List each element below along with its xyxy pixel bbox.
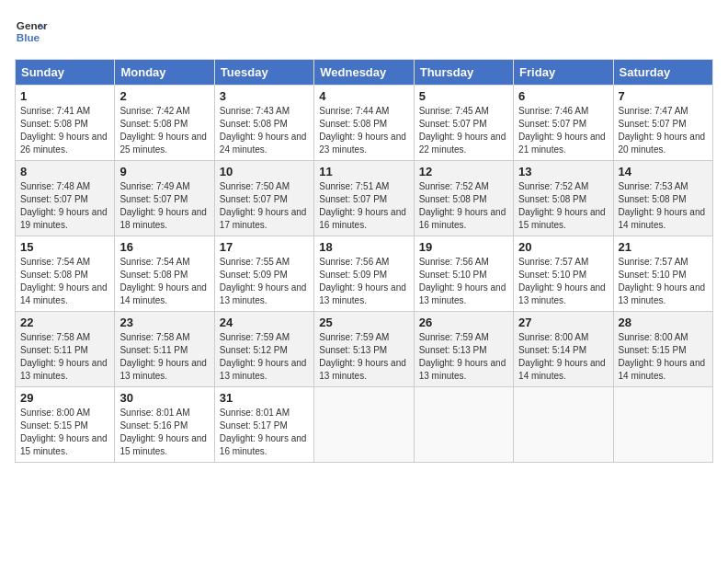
cell-info: Sunrise: 7:47 AMSunset: 5:07 PMDaylight:… bbox=[619, 105, 708, 156]
cell-day-number: 29 bbox=[20, 391, 109, 405]
cell-day-number: 7 bbox=[619, 89, 708, 103]
cell-info: Sunrise: 8:01 AMSunset: 5:16 PMDaylight:… bbox=[119, 407, 209, 458]
cell-day-number: 16 bbox=[119, 240, 209, 254]
calendar-header-row: SundayMondayTuesdayWednesdayThursdayFrid… bbox=[16, 60, 713, 86]
cell-info: Sunrise: 7:55 AMSunset: 5:09 PMDaylight:… bbox=[220, 256, 309, 307]
svg-text:Blue: Blue bbox=[17, 31, 40, 43]
cell-day-number: 21 bbox=[619, 240, 708, 254]
svg-text:General: General bbox=[17, 19, 48, 31]
calendar-cell: 22Sunrise: 7:58 AMSunset: 5:11 PMDayligh… bbox=[16, 312, 115, 387]
calendar-cell: 24Sunrise: 7:59 AMSunset: 5:12 PMDayligh… bbox=[214, 312, 313, 387]
calendar-week-row: 22Sunrise: 7:58 AMSunset: 5:11 PMDayligh… bbox=[16, 312, 713, 387]
calendar-table: SundayMondayTuesdayWednesdayThursdayFrid… bbox=[15, 59, 713, 463]
cell-info: Sunrise: 7:57 AMSunset: 5:10 PMDaylight:… bbox=[619, 256, 708, 307]
cell-day-number: 13 bbox=[518, 165, 608, 178]
cell-info: Sunrise: 7:50 AMSunset: 5:07 PMDaylight:… bbox=[220, 180, 309, 232]
calendar-cell: 25Sunrise: 7:59 AMSunset: 5:13 PMDayligh… bbox=[314, 312, 414, 387]
cell-day-number: 12 bbox=[419, 165, 508, 178]
col-header-monday: Monday bbox=[115, 60, 214, 86]
calendar-week-row: 29Sunrise: 8:00 AMSunset: 5:15 PMDayligh… bbox=[16, 387, 713, 463]
cell-info: Sunrise: 7:54 AMSunset: 5:08 PMDaylight:… bbox=[20, 256, 109, 307]
cell-day-number: 14 bbox=[619, 165, 708, 178]
cell-day-number: 30 bbox=[119, 391, 209, 405]
cell-day-number: 25 bbox=[319, 316, 408, 329]
cell-info: Sunrise: 7:57 AMSunset: 5:10 PMDaylight:… bbox=[518, 256, 608, 307]
cell-day-number: 11 bbox=[319, 165, 408, 178]
col-header-thursday: Thursday bbox=[414, 60, 513, 86]
cell-day-number: 1 bbox=[20, 89, 109, 103]
cell-day-number: 2 bbox=[119, 89, 209, 103]
cell-day-number: 22 bbox=[20, 316, 109, 329]
calendar-cell bbox=[613, 387, 712, 463]
calendar-cell: 18Sunrise: 7:56 AMSunset: 5:09 PMDayligh… bbox=[314, 236, 414, 312]
cell-day-number: 6 bbox=[518, 89, 608, 103]
cell-day-number: 4 bbox=[319, 89, 408, 103]
calendar-cell: 6Sunrise: 7:46 AMSunset: 5:07 PMDaylight… bbox=[514, 86, 613, 161]
col-header-tuesday: Tuesday bbox=[214, 60, 313, 86]
page-header: General Blue bbox=[15, 15, 713, 48]
calendar-cell: 2Sunrise: 7:42 AMSunset: 5:08 PMDaylight… bbox=[115, 86, 214, 161]
calendar-cell: 28Sunrise: 8:00 AMSunset: 5:15 PMDayligh… bbox=[613, 312, 712, 387]
calendar-cell: 15Sunrise: 7:54 AMSunset: 5:08 PMDayligh… bbox=[16, 236, 115, 312]
col-header-friday: Friday bbox=[514, 60, 613, 86]
calendar-cell bbox=[314, 387, 414, 463]
calendar-cell: 8Sunrise: 7:48 AMSunset: 5:07 PMDaylight… bbox=[16, 161, 115, 236]
calendar-cell: 21Sunrise: 7:57 AMSunset: 5:10 PMDayligh… bbox=[613, 236, 712, 312]
cell-info: Sunrise: 7:52 AMSunset: 5:08 PMDaylight:… bbox=[518, 180, 608, 232]
cell-info: Sunrise: 7:54 AMSunset: 5:08 PMDaylight:… bbox=[119, 256, 209, 307]
calendar-cell: 14Sunrise: 7:53 AMSunset: 5:08 PMDayligh… bbox=[613, 161, 712, 236]
calendar-cell bbox=[514, 387, 613, 463]
cell-day-number: 31 bbox=[220, 391, 309, 405]
cell-info: Sunrise: 7:44 AMSunset: 5:08 PMDaylight:… bbox=[319, 105, 408, 156]
cell-info: Sunrise: 7:56 AMSunset: 5:10 PMDaylight:… bbox=[419, 256, 508, 307]
cell-info: Sunrise: 7:49 AMSunset: 5:07 PMDaylight:… bbox=[119, 180, 209, 232]
calendar-cell: 20Sunrise: 7:57 AMSunset: 5:10 PMDayligh… bbox=[514, 236, 613, 312]
calendar-cell: 23Sunrise: 7:58 AMSunset: 5:11 PMDayligh… bbox=[115, 312, 214, 387]
cell-day-number: 10 bbox=[220, 165, 309, 178]
calendar-cell: 17Sunrise: 7:55 AMSunset: 5:09 PMDayligh… bbox=[214, 236, 313, 312]
calendar-week-row: 15Sunrise: 7:54 AMSunset: 5:08 PMDayligh… bbox=[16, 236, 713, 312]
calendar-week-row: 8Sunrise: 7:48 AMSunset: 5:07 PMDaylight… bbox=[16, 161, 713, 236]
calendar-cell: 26Sunrise: 7:59 AMSunset: 5:13 PMDayligh… bbox=[414, 312, 513, 387]
cell-info: Sunrise: 7:53 AMSunset: 5:08 PMDaylight:… bbox=[619, 180, 708, 232]
calendar-cell bbox=[414, 387, 513, 463]
cell-info: Sunrise: 7:46 AMSunset: 5:07 PMDaylight:… bbox=[518, 105, 608, 156]
col-header-wednesday: Wednesday bbox=[314, 60, 414, 86]
cell-info: Sunrise: 7:58 AMSunset: 5:11 PMDaylight:… bbox=[20, 331, 109, 383]
cell-info: Sunrise: 8:01 AMSunset: 5:17 PMDaylight:… bbox=[220, 407, 309, 458]
calendar-cell: 11Sunrise: 7:51 AMSunset: 5:07 PMDayligh… bbox=[314, 161, 414, 236]
cell-info: Sunrise: 7:51 AMSunset: 5:07 PMDaylight:… bbox=[319, 180, 408, 232]
cell-info: Sunrise: 7:56 AMSunset: 5:09 PMDaylight:… bbox=[319, 256, 408, 307]
cell-info: Sunrise: 7:48 AMSunset: 5:07 PMDaylight:… bbox=[20, 180, 109, 232]
cell-info: Sunrise: 7:59 AMSunset: 5:13 PMDaylight:… bbox=[419, 331, 508, 383]
cell-day-number: 18 bbox=[319, 240, 408, 254]
cell-day-number: 28 bbox=[619, 316, 708, 329]
cell-info: Sunrise: 7:43 AMSunset: 5:08 PMDaylight:… bbox=[220, 105, 309, 156]
calendar-cell: 3Sunrise: 7:43 AMSunset: 5:08 PMDaylight… bbox=[214, 86, 313, 161]
cell-info: Sunrise: 8:00 AMSunset: 5:15 PMDaylight:… bbox=[20, 407, 109, 458]
calendar-cell: 9Sunrise: 7:49 AMSunset: 5:07 PMDaylight… bbox=[115, 161, 214, 236]
cell-day-number: 23 bbox=[119, 316, 209, 329]
calendar-cell: 30Sunrise: 8:01 AMSunset: 5:16 PMDayligh… bbox=[115, 387, 214, 463]
calendar-cell: 4Sunrise: 7:44 AMSunset: 5:08 PMDaylight… bbox=[314, 86, 414, 161]
calendar-cell: 10Sunrise: 7:50 AMSunset: 5:07 PMDayligh… bbox=[214, 161, 313, 236]
cell-day-number: 17 bbox=[220, 240, 309, 254]
calendar-cell: 12Sunrise: 7:52 AMSunset: 5:08 PMDayligh… bbox=[414, 161, 513, 236]
calendar-cell: 7Sunrise: 7:47 AMSunset: 5:07 PMDaylight… bbox=[613, 86, 712, 161]
cell-day-number: 19 bbox=[419, 240, 508, 254]
cell-day-number: 26 bbox=[419, 316, 508, 329]
cell-day-number: 24 bbox=[220, 316, 309, 329]
cell-day-number: 5 bbox=[419, 89, 508, 103]
cell-info: Sunrise: 7:59 AMSunset: 5:13 PMDaylight:… bbox=[319, 331, 408, 383]
col-header-sunday: Sunday bbox=[16, 60, 115, 86]
cell-day-number: 3 bbox=[220, 89, 309, 103]
calendar-cell: 31Sunrise: 8:01 AMSunset: 5:17 PMDayligh… bbox=[214, 387, 313, 463]
cell-info: Sunrise: 7:58 AMSunset: 5:11 PMDaylight:… bbox=[119, 331, 209, 383]
calendar-cell: 5Sunrise: 7:45 AMSunset: 5:07 PMDaylight… bbox=[414, 86, 513, 161]
calendar-cell: 1Sunrise: 7:41 AMSunset: 5:08 PMDaylight… bbox=[16, 86, 115, 161]
cell-info: Sunrise: 7:59 AMSunset: 5:12 PMDaylight:… bbox=[220, 331, 309, 383]
cell-day-number: 9 bbox=[119, 165, 209, 178]
cell-info: Sunrise: 8:00 AMSunset: 5:15 PMDaylight:… bbox=[619, 331, 708, 383]
cell-info: Sunrise: 7:42 AMSunset: 5:08 PMDaylight:… bbox=[119, 105, 209, 156]
cell-day-number: 20 bbox=[518, 240, 608, 254]
